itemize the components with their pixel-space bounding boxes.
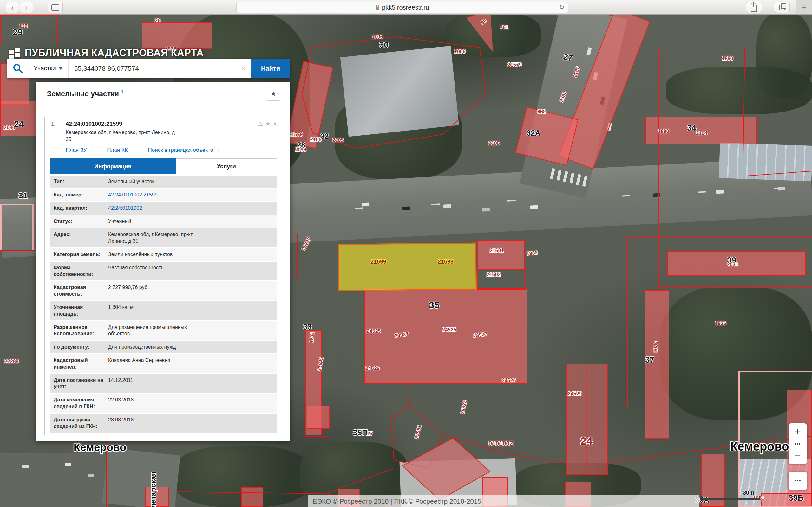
new-tab-button[interactable]: + — [796, 0, 812, 14]
field-value: 22.03.2018 — [108, 397, 134, 410]
clear-search-button[interactable]: × — [241, 64, 246, 73]
map-label-22288: 22288 — [4, 359, 19, 364]
info-row: Адрес:Кемеровская обл, г Кемерово, пр-кт… — [50, 228, 277, 247]
panel-header: Земельные участки 1 ★ — [36, 82, 290, 107]
map-label-29: 29 — [13, 27, 22, 38]
tab-services[interactable]: Услуги — [176, 158, 277, 174]
results-panel: Земельные участки 1 ★ 1. 42:24:0101002:2… — [36, 82, 290, 441]
map-label-27: 27 — [367, 431, 373, 437]
map-label-2105: 2105 — [333, 137, 344, 143]
map-label-0101002: 0101002 — [489, 440, 513, 447]
share-button[interactable] — [746, 2, 762, 13]
map-label-34: 34 — [687, 123, 696, 133]
map-label-32: 32 — [320, 132, 329, 141]
search-bar: Участки × Найти — [7, 59, 290, 78]
info-row: Дата выгрузки сведений из ГКН:23.03.2018 — [50, 414, 277, 433]
map-label-1890: 1890 — [658, 129, 669, 134]
map-label-21579: 21579 — [507, 62, 522, 68]
map-label-2105: 2105 — [310, 137, 322, 143]
plan-kk-link[interactable]: План КК → — [107, 147, 135, 153]
url-text: pkk5.rosreestr.ru — [382, 4, 429, 11]
map-label-2105: 2105 — [489, 141, 500, 147]
field-label: Категория земель: — [54, 251, 108, 258]
field-value: Учтенный — [108, 218, 131, 225]
map-canvas[interactable]: 1262926193676189100630100621579272132233… — [0, 14, 812, 507]
zoom-out-button[interactable]: − — [789, 447, 807, 464]
map-label-37: 37 — [645, 355, 654, 365]
sidebar-toggle-button[interactable] — [48, 2, 63, 13]
map-more-button[interactable]: ••• — [789, 471, 807, 490]
address-bar[interactable]: pkk5.rosreestr.ru ↻ — [236, 2, 568, 13]
info-row: Форма собственности:Частная собственност… — [50, 262, 277, 281]
search-in-bounds-link[interactable]: Поиск в границах объекта → — [148, 147, 220, 153]
map-label-21579: 21579 — [289, 132, 303, 137]
map-label-31: 31 — [18, 191, 28, 201]
parcel-links: План ЗУ → План КК → Поиск в границах объ… — [66, 147, 277, 153]
field-label: Разрешенное использование: — [54, 324, 108, 337]
map-label-761: 761 — [500, 25, 508, 31]
scale-label: 30m — [743, 490, 754, 496]
star-icon: ★ — [270, 90, 276, 98]
field-label: Кад. номер: — [54, 192, 108, 199]
map-label-662: 662 — [537, 109, 546, 115]
field-label: Дата выгрузки сведений из ГКН: — [54, 417, 108, 430]
map-label-26: 26 — [155, 18, 160, 23]
search-icon — [12, 63, 23, 74]
field-value: 14.12.2011 — [108, 377, 133, 390]
field-value: 2 727 990,76 руб. — [108, 284, 149, 297]
map-label-2089: 2089 — [653, 341, 659, 353]
map-label-24525: 24525 — [367, 328, 381, 334]
warning-icon[interactable]: ⚠ — [258, 120, 263, 127]
map-attribution: ЕЭКО © Росреестр 2010 | ПКК © Росреестр … — [308, 495, 699, 507]
back-button[interactable]: ‹ — [6, 2, 19, 13]
map-label-21602: 21602 — [487, 272, 501, 278]
field-value[interactable]: 42:24:0101002 — [108, 205, 142, 212]
info-row: Дата изменения сведений в ГКН:22.03.2018 — [50, 394, 277, 413]
card-tabs: Информация Услуги — [50, 158, 277, 174]
map-label-24526: 24526 — [502, 378, 516, 383]
parcel-card: 1. 42:24:0101002:21599 Кемеровская обл, … — [44, 116, 282, 436]
field-value: 23.03.2018 — [108, 417, 134, 430]
favorites-button[interactable]: ★ — [266, 87, 281, 101]
collapse-icon[interactable]: ∧ — [273, 120, 277, 127]
plan-zu-link[interactable]: План ЗУ → — [66, 147, 94, 153]
search-category-dropdown[interactable]: Участки — [28, 59, 68, 78]
tabs-icon — [779, 5, 785, 10]
info-row: Уточненная площадь:1 804 кв. м — [50, 301, 277, 320]
field-label: Адрес: — [54, 231, 108, 245]
field-value: Для производственных нужд — [108, 344, 176, 350]
share-icon — [751, 5, 757, 12]
map-label-2096: 2096 — [295, 147, 306, 153]
star-icon[interactable]: ★ — [265, 120, 270, 127]
info-row: Дата постановки на учет:14.12.2011 — [50, 374, 277, 393]
zoom-levels-button[interactable]: ••• — [789, 440, 807, 447]
search-input[interactable] — [68, 64, 236, 72]
map-label-24526: 24526 — [365, 366, 380, 372]
browser-toolbar: ‹ › pkk5.rosreestr.ru ↻ + — [0, 0, 812, 14]
info-row: Кад. квартал:42:24:0101002 — [50, 202, 277, 215]
show-tabs-button[interactable] — [774, 2, 790, 13]
reload-icon[interactable]: ↻ — [559, 3, 564, 11]
tab-information[interactable]: Информация — [50, 158, 176, 174]
forward-button[interactable]: › — [20, 2, 33, 13]
field-value: Земельный участок — [108, 178, 154, 185]
field-label: Дата постановки на учет: — [54, 377, 108, 390]
lock-icon — [375, 7, 379, 10]
info-row: по документу:Для производственных нужд — [50, 341, 277, 353]
map-label-Пролетарская: Пролетарская — [149, 472, 158, 507]
cadastral-number: 42:24:0101002:21599 — [66, 121, 277, 127]
pkk-logo[interactable]: ПУБЛИЧНАЯ КАДАСТРОВАЯ КАРТА — [8, 45, 204, 60]
map-label-24: 24 — [14, 119, 24, 129]
map-label-1890: 1890 — [722, 56, 733, 61]
map-label-30: 30 — [379, 40, 389, 50]
field-label: Уточненная площадь: — [54, 304, 108, 318]
map-label-24529: 24529 — [568, 391, 582, 397]
field-value[interactable]: 42:24:0101002:21599 — [108, 192, 158, 199]
search-submit-button[interactable]: Найти — [251, 59, 290, 78]
map-label-1801: 1801 — [309, 331, 316, 343]
app-title: ПУБЛИЧНАЯ КАДАСТРОВАЯ КАРТА — [25, 47, 204, 59]
map-label-27: 27 — [562, 52, 573, 63]
panel-title: Земельные участки 1 — [47, 89, 123, 98]
map-label-1982: 1982 — [526, 250, 538, 257]
zoom-in-button[interactable]: + — [789, 424, 807, 440]
